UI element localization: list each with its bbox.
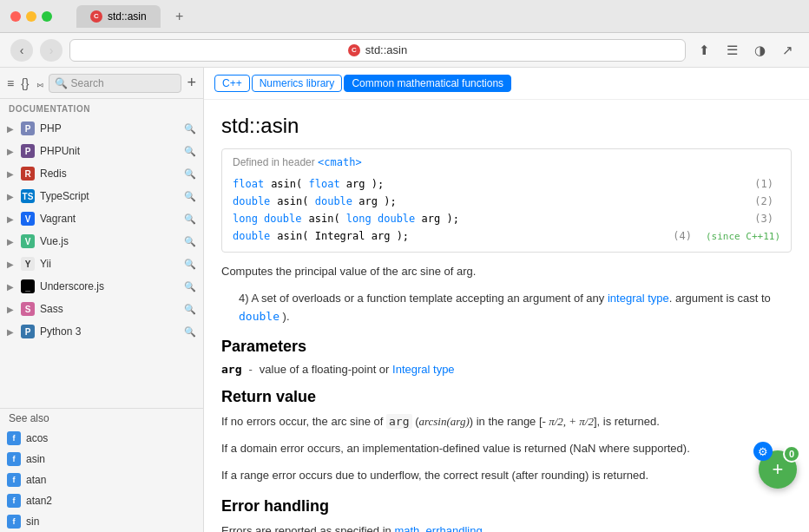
sig-num: (1) — [754, 178, 773, 190]
vagrant-icon: V — [21, 212, 35, 226]
search-item-icon[interactable]: 🔍 — [184, 236, 196, 247]
sass-icon: S — [21, 302, 35, 316]
new-tab-button[interactable]: + — [171, 8, 188, 25]
sidebar-items: ▶ P PHP 🔍 ▶ P PHPUnit 🔍 ▶ R Redis 🔍 ▶ TS… — [0, 117, 203, 408]
sidebar-item-sass[interactable]: ▶ S Sass 🔍 — [0, 298, 203, 320]
float-badge: 0 — [783, 445, 800, 463]
ret-type: double — [233, 195, 270, 207]
func-icon: f — [7, 515, 21, 529]
integral-type-link-1[interactable]: integral type — [608, 292, 669, 305]
minimize-button[interactable] — [26, 11, 36, 22]
share-button[interactable]: ⬆ — [693, 39, 715, 62]
python-icon: P — [21, 325, 35, 338]
expand-arrow: ▶ — [7, 124, 16, 134]
titlebar: C std::asin + — [0, 0, 809, 33]
maximize-button[interactable] — [42, 11, 52, 22]
sig-text: asin( long double arg ); — [308, 213, 458, 225]
see-also-label: acos — [26, 432, 48, 444]
search-item-icon[interactable]: 🔍 — [184, 281, 196, 292]
breadcrumb-math[interactable]: Common mathematical functions — [344, 75, 511, 92]
see-also-label: atan — [26, 474, 46, 486]
return-text-2: If a domain error occurs, an implementat… — [221, 440, 792, 458]
sidebar-item-vuejs[interactable]: ▶ V Vue.js 🔍 — [0, 230, 203, 253]
cmath-link[interactable]: <cmath> — [318, 156, 362, 168]
sidebar-item-label: Redis — [40, 167, 67, 180]
return-text-1: If no errors occur, the arc sine of arg … — [221, 413, 792, 431]
php-icon: P — [21, 122, 35, 135]
expand-arrow: ▶ — [7, 192, 16, 201]
typescript-icon: TS — [21, 189, 35, 203]
sidebar-item-php[interactable]: ▶ P PHP 🔍 — [0, 117, 203, 140]
plus-icon: + — [773, 458, 784, 481]
math-errhandling-link[interactable]: math_errhandling — [394, 524, 482, 532]
section-return-heading: Return value — [221, 388, 792, 406]
expand-arrow: ▶ — [7, 237, 16, 246]
sidebar-search[interactable]: 🔍 Search — [49, 74, 182, 93]
expand-arrow: ▶ — [7, 282, 16, 292]
sidebar-item-vagrant[interactable]: ▶ V Vagrant 🔍 — [0, 207, 203, 230]
see-also-asin[interactable]: f asin — [0, 449, 203, 470]
breadcrumb-numerics[interactable]: Numerics library — [252, 75, 343, 92]
braces-icon[interactable]: {} — [21, 76, 29, 90]
yii-icon: Y — [21, 257, 35, 271]
vuejs-icon: V — [21, 234, 35, 248]
expand-arrow: ▶ — [7, 214, 16, 224]
search-item-icon[interactable]: 🔍 — [184, 213, 196, 225]
list-icon[interactable]: ≡ — [7, 76, 14, 90]
float-button-container: + 0 ⚙ — [759, 450, 797, 489]
breadcrumb-cpp[interactable]: C++ — [214, 75, 250, 92]
sidebar-item-phpunit[interactable]: ▶ P PHPUnit 🔍 — [0, 140, 203, 162]
param-name: arg — [221, 363, 241, 376]
sidebar-item-redis[interactable]: ▶ R Redis 🔍 — [0, 162, 203, 185]
integral-type-link-2[interactable]: Integral type — [392, 363, 455, 376]
navbar: ‹ › C std::asin ⬆ ☰ ◑ ↗ — [0, 33, 809, 68]
sidebar-item-typescript[interactable]: ▶ TS TypeScript 🔍 — [0, 185, 203, 207]
float-buttons: + 0 ⚙ — [759, 450, 797, 489]
forward-button[interactable]: › — [40, 39, 62, 62]
ret-type: long double — [233, 213, 301, 225]
search-item-icon[interactable]: 🔍 — [184, 326, 196, 338]
doc-content-area: C++ Numerics library Common mathematical… — [204, 68, 809, 532]
sig-num: (4) — [673, 230, 692, 242]
see-also-sin[interactable]: f sin — [0, 511, 203, 532]
search-item-icon[interactable]: 🔍 — [184, 304, 196, 315]
reader-button[interactable]: ◑ — [748, 39, 771, 62]
sidebar-item-underscore[interactable]: ▶ _ Underscore.js 🔍 — [0, 275, 203, 298]
redis-icon: R — [21, 167, 35, 181]
see-also-acos[interactable]: f acos — [0, 428, 203, 449]
sidebar-section-header: DOCUMENTATION — [0, 99, 203, 117]
expand-arrow: ▶ — [7, 305, 16, 314]
func-icon: f — [7, 494, 21, 508]
expand-arrow: ▶ — [7, 169, 16, 179]
param-description: value of a floating-point or Integral ty… — [260, 363, 455, 376]
func-icon: f — [7, 473, 21, 487]
browser-tab[interactable]: C std::asin — [76, 5, 161, 28]
sig-text: asin( Integral arg ); — [277, 230, 409, 242]
search-item-icon[interactable]: 🔍 — [184, 191, 196, 202]
section-error-heading: Error handling — [221, 497, 792, 516]
close-button[interactable] — [10, 11, 21, 22]
search-item-icon[interactable]: 🔍 — [184, 146, 196, 157]
search-item-icon[interactable]: 🔍 — [184, 259, 196, 270]
gear-float-button[interactable]: ⚙ — [753, 442, 773, 461]
search-item-icon[interactable]: 🔍 — [184, 168, 196, 180]
ret-type: double — [233, 230, 270, 242]
external-button[interactable]: ↗ — [776, 39, 799, 62]
back-button[interactable]: ‹ — [10, 39, 33, 62]
description-1: Computes the principal value of the arc … — [221, 263, 792, 281]
param-arg: arg - value of a floating-point or Integ… — [221, 363, 792, 376]
bookmark-button[interactable]: ☰ — [720, 39, 743, 62]
url-bar[interactable]: C std::asin — [69, 39, 686, 62]
see-also-atan2[interactable]: f atan2 — [0, 490, 203, 511]
sidebar-item-python[interactable]: ▶ P Python 3 🔍 — [0, 320, 203, 343]
add-icon[interactable]: + — [187, 74, 196, 92]
sidebar-item-yii[interactable]: ▶ Y Yii 🔍 — [0, 253, 203, 275]
search-item-icon[interactable]: 🔍 — [184, 123, 196, 135]
see-also-atan[interactable]: f atan — [0, 470, 203, 490]
sidebar: ≡ {} ⨝ 🔍 Search + DOCUMENTATION ▶ P PHP … — [0, 68, 204, 532]
nav-actions: ⬆ ☰ ◑ ↗ — [693, 39, 799, 62]
return-text-3: If a range error occurs due to underflow… — [221, 467, 792, 485]
section-params-heading: Parameters — [221, 338, 792, 356]
sidebar-item-label: PHP — [40, 122, 62, 135]
tag-icon[interactable]: ⨝ — [36, 76, 43, 90]
